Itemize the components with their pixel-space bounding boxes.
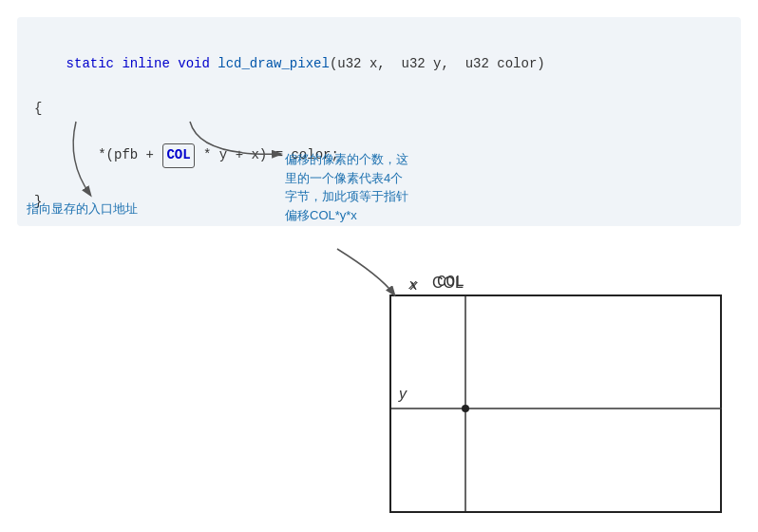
arrows-svg: y x COL bbox=[0, 0, 758, 532]
svg-point-2 bbox=[462, 405, 469, 412]
svg-text:y: y bbox=[398, 386, 407, 402]
svg-text:x: x bbox=[409, 276, 418, 293]
svg-text:COL: COL bbox=[432, 275, 464, 291]
